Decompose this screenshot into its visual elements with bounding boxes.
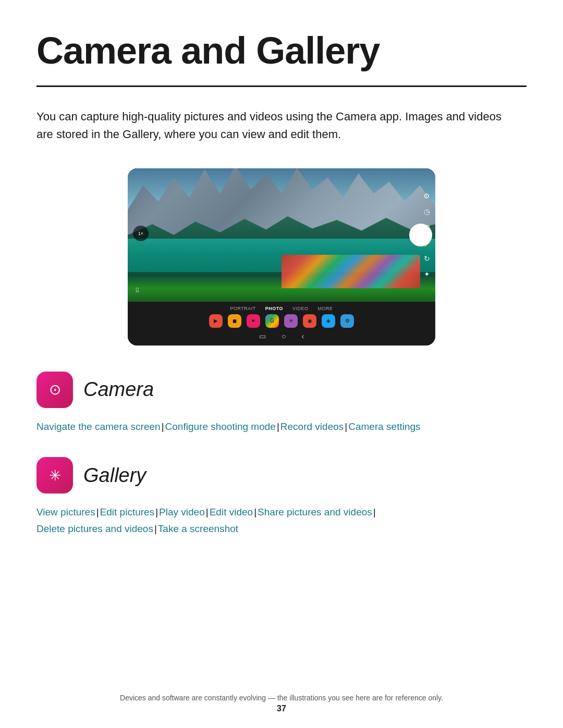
sep-2: | [277, 421, 279, 432]
camera-apps-row: ▶ ◼ ♥ G ✳ ◉ ◈ ⚙ [134, 314, 429, 328]
app-icon-6[interactable]: ◉ [303, 314, 316, 328]
phone-screenshot-container: 1× ⚙ ◷ ⊞ ⚡ ↻ ✦ ⠿ PORTRAIT PHOTO VIDEO [36, 168, 527, 346]
camera-modes: PORTRAIT PHOTO VIDEO MORE [134, 306, 429, 311]
app-icon-4[interactable]: G [265, 314, 279, 328]
page-title: Camera and Gallery [36, 31, 527, 71]
dock-area [282, 255, 420, 288]
nav-back-icon[interactable]: ‹ [301, 332, 304, 340]
link-navigate-camera[interactable]: Navigate the camera screen [36, 421, 161, 432]
grid-view-icon[interactable]: ⠿ [135, 287, 140, 294]
link-play-video[interactable]: Play video [159, 507, 205, 517]
link-edit-pictures[interactable]: Edit pictures [100, 507, 155, 517]
camera-links: Navigate the camera screen|Configure sho… [36, 418, 527, 435]
nav-recents-icon[interactable]: ▭ [259, 332, 266, 340]
mode-video[interactable]: VIDEO [292, 306, 309, 311]
sep-3: | [345, 421, 347, 432]
app-icon-1[interactable]: ▶ [209, 314, 223, 328]
mode-more[interactable]: MORE [318, 306, 333, 311]
page-number: 37 [0, 704, 563, 713]
timer-icon[interactable]: ◷ [424, 207, 430, 216]
gallery-section: ✳ Gallery View pictures|Edit pictures|Pl… [36, 457, 527, 538]
gallery-app-icon: ✳ [36, 457, 73, 493]
camera-icon-inner: ⊙ [49, 381, 61, 398]
link-configure-shooting[interactable]: Configure shooting mode [165, 421, 276, 432]
camera-bottom-bar: PORTRAIT PHOTO VIDEO MORE ▶ ◼ ♥ G ✳ ◉ ◈ … [128, 302, 435, 346]
app-icon-7[interactable]: ◈ [322, 314, 335, 328]
link-record-videos[interactable]: Record videos [280, 421, 344, 432]
mode-photo[interactable]: PHOTO [265, 306, 283, 311]
zoom-label: 1× [138, 231, 143, 236]
intro-text: You can capture high-quality pictures an… [36, 108, 506, 143]
link-edit-video[interactable]: Edit video [210, 507, 253, 517]
link-camera-settings[interactable]: Camera settings [348, 421, 420, 432]
link-view-pictures[interactable]: View pictures [36, 507, 95, 517]
zoom-badge: 1× [133, 226, 149, 241]
sep-1: | [162, 421, 164, 432]
gallery-icon-inner: ✳ [49, 467, 61, 484]
sparkle-icon[interactable]: ✦ [424, 270, 430, 278]
camera-section: ⊙ Camera Navigate the camera screen|Conf… [36, 372, 527, 435]
settings-icon[interactable]: ⚙ [423, 192, 430, 200]
gallery-section-header: ✳ Gallery [36, 457, 527, 493]
footer-note: Devices and software are constantly evol… [0, 694, 563, 702]
nav-home-icon[interactable]: ○ [282, 332, 286, 340]
gallery-links: View pictures|Edit pictures|Play video|E… [36, 504, 527, 538]
link-share-pictures-videos[interactable]: Share pictures and videos [258, 507, 372, 517]
phone-screenshot: 1× ⚙ ◷ ⊞ ⚡ ↻ ✦ ⠿ PORTRAIT PHOTO VIDEO [128, 168, 435, 346]
app-icon-8[interactable]: ⚙ [340, 314, 354, 328]
camera-section-header: ⊙ Camera [36, 372, 527, 408]
navigation-bar: ▭ ○ ‹ [134, 330, 429, 342]
mode-portrait[interactable]: PORTRAIT [230, 306, 255, 311]
rotate-icon[interactable]: ↻ [424, 254, 430, 263]
app-icon-2[interactable]: ◼ [228, 314, 241, 328]
camera-ui-left: 1× [133, 226, 149, 244]
app-icon-5[interactable]: ✳ [284, 314, 298, 328]
link-delete-pictures-videos[interactable]: Delete pictures and videos [36, 523, 153, 534]
camera-scene: 1× ⚙ ◷ ⊞ ⚡ ↻ ✦ ⠿ [128, 168, 435, 302]
camera-section-title: Camera [83, 378, 154, 401]
app-icon-3[interactable]: ♥ [247, 314, 260, 328]
gallery-section-title: Gallery [83, 464, 146, 487]
camera-app-icon: ⊙ [36, 372, 73, 408]
shutter-button[interactable] [409, 224, 432, 246]
title-divider [36, 85, 527, 87]
link-take-screenshot[interactable]: Take a screenshot [158, 523, 238, 534]
